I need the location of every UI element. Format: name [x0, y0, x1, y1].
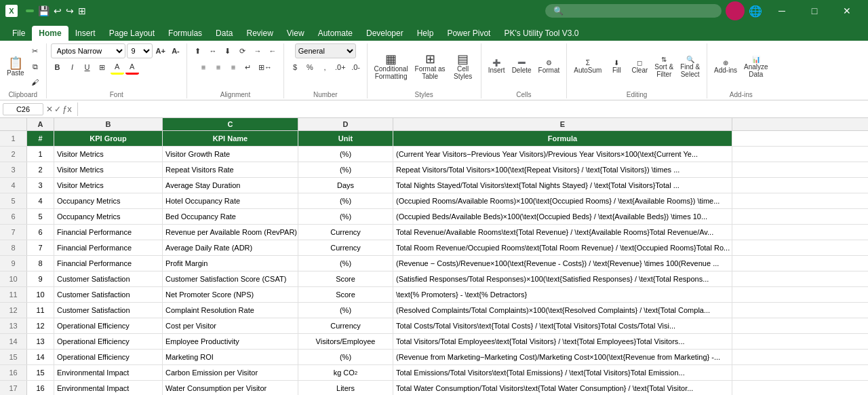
- save-icon[interactable]: 💾: [38, 5, 50, 16]
- cell[interactable]: (%): [298, 193, 393, 208]
- cell[interactable]: Financial Performance: [54, 240, 163, 255]
- cell[interactable]: Occupancy Metrics: [54, 209, 163, 224]
- formula-input[interactable]: [83, 105, 865, 114]
- cell[interactable]: 7: [27, 240, 54, 255]
- cell[interactable]: Net Promoter Score (NPS): [163, 287, 298, 302]
- cell-styles-button[interactable]: ▤ CellStyles: [450, 50, 477, 83]
- tab-home[interactable]: Home: [32, 26, 68, 41]
- row-number[interactable]: 17: [0, 381, 27, 395]
- cell[interactable]: Operational Efficiency: [54, 318, 163, 333]
- row-number[interactable]: 11: [0, 287, 27, 302]
- text-direction-button[interactable]: ⟳: [236, 43, 250, 58]
- cell[interactable]: Total Water Consumption/Total Visitors\t…: [393, 381, 732, 395]
- tab-page-layout[interactable]: Page Layout: [102, 26, 161, 41]
- font-color-button[interactable]: A: [125, 60, 139, 75]
- conditional-formatting-button[interactable]: ▦ ConditionalFormatting: [372, 50, 411, 83]
- tab-insert[interactable]: Insert: [68, 26, 102, 41]
- cell[interactable]: Currency: [298, 240, 393, 255]
- merge-center-button[interactable]: ⊞↔: [256, 60, 274, 75]
- align-middle-button[interactable]: ↔: [206, 43, 220, 58]
- autosave-toggle[interactable]: [26, 10, 34, 12]
- cell[interactable]: Currency: [298, 225, 393, 240]
- tab-formulas[interactable]: Formulas: [161, 26, 209, 41]
- cell[interactable]: 1: [27, 147, 54, 162]
- row-number[interactable]: 14: [0, 334, 27, 349]
- cell[interactable]: Total Nights Stayed/Total Visitors\text{…: [393, 178, 732, 193]
- row-number[interactable]: 3: [0, 162, 27, 177]
- cell[interactable]: (Revenue − Costs)/Revenue×100(\text{Reve…: [393, 256, 732, 271]
- copy-button[interactable]: ⧉: [28, 59, 42, 74]
- insert-function-icon[interactable]: ƒx: [62, 104, 72, 114]
- align-center-button[interactable]: ≡: [212, 60, 225, 75]
- cell[interactable]: Profit Margin: [163, 256, 298, 271]
- cell[interactable]: kg CO2: [298, 365, 393, 380]
- font-family-selector[interactable]: Aptos Narrow: [51, 43, 125, 58]
- cell[interactable]: Financial Performance: [54, 225, 163, 240]
- bold-button[interactable]: B: [51, 60, 64, 75]
- addins-button[interactable]: ⊕ Add-ins: [711, 50, 740, 83]
- format-painter-button[interactable]: 🖌: [28, 75, 42, 90]
- cell[interactable]: 6: [27, 225, 54, 240]
- cell[interactable]: Marketing ROI: [163, 350, 298, 364]
- tab-pk-utility[interactable]: PK's Utility Tool V3.0: [497, 26, 585, 41]
- cell[interactable]: Repeat Visitors/Total Visitors×100(\text…: [393, 162, 732, 177]
- cell[interactable]: (%): [298, 147, 393, 162]
- cell[interactable]: 4: [27, 193, 54, 208]
- cell[interactable]: Visitor Metrics: [54, 147, 163, 162]
- indent-decrease-button[interactable]: ←: [266, 43, 279, 58]
- sort-filter-button[interactable]: ⇅ Sort &Filter: [652, 50, 676, 83]
- number-format-selector[interactable]: General Number Currency Percentage: [295, 43, 356, 58]
- row-number[interactable]: 7: [0, 225, 27, 240]
- cell[interactable]: (Occupied Rooms/Available Rooms)×100(\te…: [393, 193, 732, 208]
- cell[interactable]: 2: [27, 162, 54, 177]
- cell[interactable]: Total Emissions/Total Visitors\text{Tota…: [393, 365, 732, 380]
- cell[interactable]: Environmental Impact: [54, 365, 163, 380]
- border-button[interactable]: ⊞: [96, 60, 109, 75]
- cell[interactable]: Visitor Metrics: [54, 162, 163, 177]
- cell[interactable]: #: [27, 131, 54, 146]
- comma-button[interactable]: ,: [318, 60, 332, 75]
- cell[interactable]: 9: [27, 271, 54, 286]
- row-number[interactable]: 9: [0, 256, 27, 271]
- cell[interactable]: Total Revenue/Available Rooms\text{Total…: [393, 225, 732, 240]
- col-header-d[interactable]: D: [298, 118, 393, 130]
- tab-file[interactable]: File: [5, 26, 32, 41]
- cell[interactable]: 12: [27, 318, 54, 333]
- cell[interactable]: (%): [298, 303, 393, 318]
- cell[interactable]: (Current Year Visitors−Previous Year Vis…: [393, 147, 732, 162]
- row-number[interactable]: 12: [0, 303, 27, 318]
- clear-button[interactable]: ◻ Clear: [629, 50, 650, 83]
- cell[interactable]: Average Stay Duration: [163, 178, 298, 193]
- cell-reference[interactable]: [3, 103, 43, 115]
- cell[interactable]: Currency: [298, 318, 393, 333]
- globe-icon[interactable]: 🌐: [749, 5, 762, 18]
- analyze-data-button[interactable]: 📊 AnalyzeData: [741, 50, 771, 83]
- col-header-e[interactable]: E: [393, 118, 732, 130]
- cell[interactable]: Total Visitors/Total Employees\text{Tota…: [393, 334, 732, 349]
- cell[interactable]: Occupancy Metrics: [54, 193, 163, 208]
- tab-automate[interactable]: Automate: [311, 26, 359, 41]
- tab-data[interactable]: Data: [209, 26, 239, 41]
- cell[interactable]: Unit: [298, 131, 393, 146]
- align-left-button[interactable]: ≡: [197, 60, 210, 75]
- undo-icon[interactable]: ↩: [54, 5, 62, 16]
- user-avatar[interactable]: [726, 1, 745, 20]
- cell[interactable]: Total Room Revenue/Occupied Rooms\text{T…: [393, 240, 732, 255]
- tab-developer[interactable]: Developer: [359, 26, 410, 41]
- cell[interactable]: Visitor Metrics: [54, 178, 163, 193]
- maximize-button[interactable]: □: [799, 1, 830, 20]
- format-button[interactable]: ⚙ Format: [536, 50, 563, 83]
- row-number[interactable]: 1: [0, 131, 27, 146]
- cell[interactable]: Bed Occupancy Rate: [163, 209, 298, 224]
- cell[interactable]: Days: [298, 178, 393, 193]
- cell[interactable]: 10: [27, 287, 54, 302]
- row-number[interactable]: 5: [0, 193, 27, 208]
- row-number[interactable]: 6: [0, 209, 27, 224]
- col-header-a[interactable]: A: [27, 118, 54, 130]
- cell[interactable]: 5: [27, 209, 54, 224]
- cell[interactable]: 11: [27, 303, 54, 318]
- cell[interactable]: \text{% Promoters} - \text{% Detractors}: [393, 287, 732, 302]
- cell[interactable]: Customer Satisfaction Score (CSAT): [163, 271, 298, 286]
- cell[interactable]: Score: [298, 271, 393, 286]
- cell[interactable]: (%): [298, 209, 393, 224]
